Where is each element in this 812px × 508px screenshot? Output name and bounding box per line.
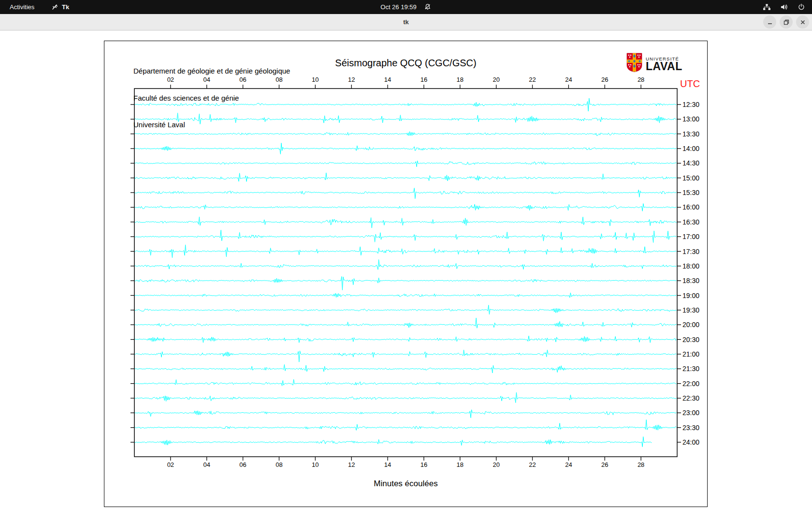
logo-text-laval: LAVAL [646, 61, 682, 71]
row-time-label: 20:30 [682, 336, 699, 344]
row-time-label: 15:30 [682, 189, 699, 196]
row-time-label: 20:00 [682, 321, 699, 329]
row-time-label: 13:30 [682, 130, 699, 138]
row-time-label: 21:30 [682, 365, 699, 373]
row-time-label: 14:30 [682, 159, 699, 167]
x-tick-label-bottom: 12 [343, 461, 360, 468]
x-tick-label-bottom: 16 [416, 461, 432, 468]
row-time-label: 13:00 [682, 115, 699, 123]
x-tick-label-bottom: 02 [162, 461, 179, 468]
x-tick-label-top: 10 [307, 76, 323, 83]
minimize-button[interactable] [763, 15, 776, 29]
row-time-label: 18:30 [682, 277, 699, 284]
desktop-screen: Activities Tk Oct 26 19:59 [0, 0, 812, 508]
x-tick-label-top: 16 [416, 76, 432, 83]
row-time-label: 22:00 [682, 380, 699, 388]
row-time-label: 18:00 [682, 262, 699, 270]
window-titlebar[interactable]: tk [0, 14, 812, 30]
x-tick-label-top: 28 [633, 76, 649, 83]
x-tick-label-top: 22 [524, 76, 541, 83]
system-status-area[interactable] [763, 0, 805, 14]
row-time-label: 17:00 [682, 233, 699, 240]
x-tick-label-top: 08 [271, 76, 287, 83]
x-tick-label-bottom: 18 [452, 461, 468, 468]
row-time-label: 16:00 [682, 203, 699, 211]
utc-axis-title: UTC [680, 78, 700, 90]
universite-laval-logo: UNIVERSITÉ LAVAL [626, 53, 682, 74]
x-tick-label-top: 12 [343, 76, 360, 83]
row-time-label: 17:30 [682, 248, 699, 255]
row-time-label: 15:00 [682, 174, 699, 182]
clock-area[interactable]: Oct 26 19:59 [380, 0, 431, 14]
system-top-bar: Activities Tk Oct 26 19:59 [0, 0, 812, 14]
x-tick-label-bottom: 04 [199, 461, 215, 468]
x-tick-label-top: 20 [488, 76, 505, 83]
row-time-label: 24:00 [682, 438, 699, 446]
x-tick-label-bottom: 24 [560, 461, 577, 468]
row-time-label: 21:00 [682, 350, 699, 358]
x-tick-label-top: 24 [560, 76, 577, 83]
row-time-label: 22:30 [682, 394, 699, 402]
close-button[interactable] [796, 15, 809, 29]
volume-icon [780, 3, 788, 11]
x-tick-label-bottom: 20 [488, 461, 505, 468]
maximize-restore-button[interactable] [780, 15, 793, 29]
power-icon [798, 3, 805, 11]
seismograph-canvas: Département de géologie et de génie géol… [104, 41, 708, 507]
x-tick-label-bottom: 26 [596, 461, 613, 468]
x-tick-label-bottom: 22 [524, 461, 541, 468]
seismogram-plot [130, 84, 682, 462]
notifications-muted-icon [424, 3, 432, 11]
x-tick-label-top: 06 [235, 76, 251, 83]
network-icon [763, 3, 771, 11]
plot-title: Séismographe QCQ (CGC/GSC) [134, 58, 677, 69]
row-time-label: 12:30 [682, 101, 699, 108]
window-title: tk [0, 14, 812, 30]
row-time-label: 14:00 [682, 145, 699, 152]
x-tick-label-bottom: 06 [235, 461, 251, 468]
x-axis-title: Minutes écoulées [134, 479, 677, 489]
laval-shield-icon [626, 53, 642, 74]
x-tick-label-top: 14 [379, 76, 396, 83]
x-tick-label-bottom: 08 [271, 461, 287, 468]
x-tick-label-top: 26 [596, 76, 613, 83]
x-tick-label-top: 02 [162, 76, 179, 83]
x-tick-label-bottom: 14 [379, 461, 396, 468]
activities-button[interactable]: Activities [7, 0, 37, 14]
focused-app-indicator[interactable]: Tk [51, 0, 69, 14]
row-time-label: 19:30 [682, 306, 699, 314]
x-tick-label-bottom: 28 [633, 461, 649, 468]
row-time-label: 23:30 [682, 424, 699, 432]
row-time-label: 19:00 [682, 292, 699, 299]
row-time-label: 23:00 [682, 409, 699, 417]
tk-app-icon [51, 3, 58, 11]
focused-app-label: Tk [62, 3, 69, 11]
x-tick-label-bottom: 10 [307, 461, 323, 468]
clock-text: Oct 26 19:59 [380, 3, 416, 11]
x-tick-label-top: 18 [452, 76, 468, 83]
x-tick-label-top: 04 [199, 76, 215, 83]
row-time-label: 16:30 [682, 218, 699, 226]
